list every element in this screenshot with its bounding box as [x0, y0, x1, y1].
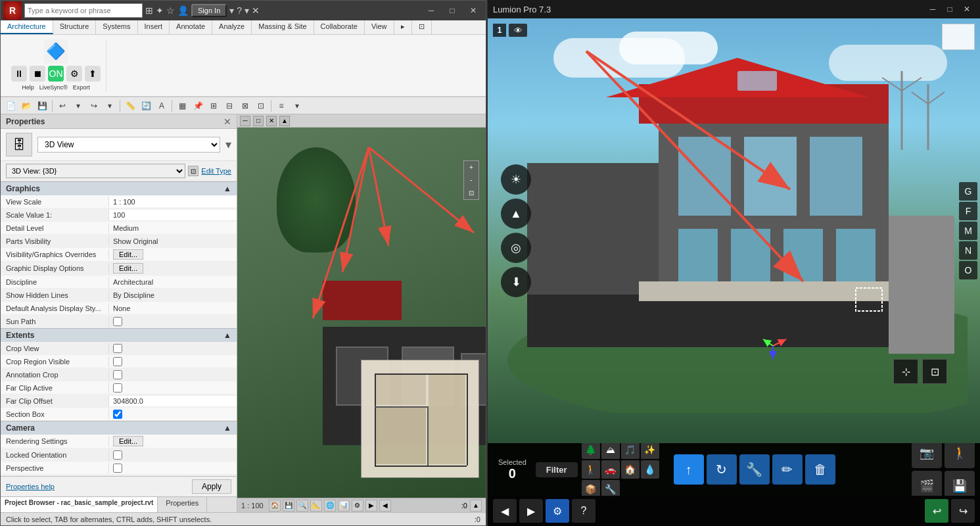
prop-value-detail-level[interactable]: Medium: [109, 223, 237, 233]
footer-icon-6[interactable]: 📊: [338, 500, 350, 512]
key-g-button[interactable]: G: [959, 182, 977, 201]
open-btn[interactable]: 📂: [19, 99, 34, 113]
text-btn[interactable]: A: [154, 99, 169, 113]
footer-icon-5[interactable]: 🌐: [324, 500, 336, 512]
view-selector-dropdown[interactable]: 3D View: {3D}: [6, 164, 185, 178]
weather-control-button[interactable]: ▲: [501, 199, 531, 229]
tab-collaborate[interactable]: Collaborate: [314, 20, 365, 34]
particle-icon[interactable]: ✨: [641, 441, 659, 459]
help-dropdown-icon[interactable]: ▾: [245, 5, 249, 16]
search-input[interactable]: [28, 7, 139, 14]
visibility-edit-button[interactable]: Edit...: [113, 249, 143, 260]
box-select-btn[interactable]: ⊡: [922, 359, 947, 384]
footer-icon-4[interactable]: 📐: [310, 500, 322, 512]
view-expand-btn[interactable]: ▲: [279, 116, 290, 126]
prop-value-discipline[interactable]: Architectural: [109, 277, 237, 287]
b2-settings-btn[interactable]: ⚙: [546, 499, 569, 523]
vehicle-icon[interactable]: 🚗: [601, 460, 620, 479]
settings-icon[interactable]: ⚙: [66, 66, 82, 82]
tab-systems[interactable]: Systems: [96, 20, 137, 34]
prop-value-view-scale[interactable]: 1 : 100: [109, 197, 237, 207]
minimize-button[interactable]: ─: [421, 4, 441, 17]
redo-btn[interactable]: ↪: [87, 99, 101, 113]
rendering-edit-button[interactable]: Edit...: [113, 436, 143, 446]
view-type-icon-btn[interactable]: ⊡: [188, 166, 198, 176]
far-clip-active-checkbox[interactable]: [113, 383, 122, 393]
more-btn[interactable]: ▾: [290, 99, 304, 113]
stop-icon[interactable]: ⏹: [30, 66, 45, 82]
align-btn[interactable]: ⊞: [206, 99, 221, 113]
tab-view[interactable]: View: [365, 20, 394, 34]
footer-icon-7[interactable]: ⚙: [352, 500, 363, 512]
view-close-btn[interactable]: ✕: [266, 116, 277, 126]
key-o-button[interactable]: O: [959, 261, 977, 279]
project-browser-tab[interactable]: Project Browser - rac_basic_sample_proje…: [1, 497, 158, 512]
close-button[interactable]: ✕: [463, 4, 483, 17]
graphics-section-header[interactable]: Graphics ▲: [1, 181, 237, 195]
properties-scroll[interactable]: Graphics ▲ View Scale 1 : 100 Scale Valu…: [1, 181, 237, 476]
graphics-collapse-icon[interactable]: ▲: [223, 184, 231, 193]
b2-redo-btn[interactable]: ↪: [951, 499, 975, 523]
prop-value-parts-visibility[interactable]: Show Original: [109, 236, 237, 247]
footer-icon-2[interactable]: 💾: [283, 500, 294, 512]
view-type-dropdown-arrow[interactable]: ▾: [225, 137, 231, 152]
camera-collapse-icon[interactable]: ▲: [223, 423, 231, 433]
prop-value-analysis-display[interactable]: None: [109, 303, 237, 314]
tab-more[interactable]: ▸: [394, 20, 412, 34]
search-icon[interactable]: ⊞: [145, 5, 153, 16]
crop-region-visible-checkbox[interactable]: [113, 357, 122, 366]
extents-section-header[interactable]: Extents ▲: [1, 328, 237, 342]
tree-place-icon[interactable]: 🌲: [582, 441, 600, 459]
terrain-icon[interactable]: ⛰: [601, 441, 620, 459]
mirror-btn[interactable]: ⊟: [222, 99, 237, 113]
rotate-btn[interactable]: 🔄: [139, 99, 153, 113]
star-outline-icon[interactable]: ☆: [166, 5, 175, 16]
properties-tab[interactable]: Properties: [158, 497, 207, 512]
extents-collapse-icon[interactable]: ▲: [223, 331, 231, 340]
pause-icon[interactable]: ⏸: [11, 66, 27, 82]
footer-icon-3[interactable]: 🔍: [296, 500, 308, 512]
edit-type-link[interactable]: Edit Type: [201, 167, 231, 175]
tab-annotate[interactable]: Annotate: [170, 20, 212, 34]
lumion-maximize-btn[interactable]: □: [942, 3, 958, 16]
b2-forward-btn[interactable]: ▶: [519, 499, 543, 523]
view-restore-btn[interactable]: □: [253, 116, 264, 126]
tab-extra[interactable]: ⊡: [412, 20, 432, 34]
expand-icon[interactable]: ▾: [229, 5, 234, 16]
filter-btn[interactable]: ▦: [175, 99, 189, 113]
copy-btn[interactable]: ⊠: [238, 99, 252, 113]
key-m-button[interactable]: M: [959, 222, 977, 240]
undo-btn[interactable]: ↩: [55, 99, 70, 113]
measure-btn[interactable]: 📏: [123, 99, 137, 113]
addon-logo-icon[interactable]: 🔷: [44, 39, 68, 63]
key-f-button[interactable]: F: [959, 202, 977, 220]
section-box-checkbox[interactable]: [113, 410, 122, 419]
lumion-minimize-btn[interactable]: ─: [925, 3, 941, 16]
tab-structure[interactable]: Structure: [53, 20, 97, 34]
star-icon[interactable]: ✦: [156, 5, 164, 16]
footer-icon-8[interactable]: ▶: [365, 500, 377, 512]
zoom-in-icon[interactable]: +: [469, 164, 473, 171]
music-icon[interactable]: 🎵: [621, 441, 640, 459]
pin-btn[interactable]: 📌: [191, 99, 205, 113]
apply-button[interactable]: Apply: [192, 479, 231, 494]
linework-btn[interactable]: ≡: [274, 99, 289, 113]
tab-massing-site[interactable]: Massing & Site: [252, 20, 314, 34]
sun-control-button[interactable]: ☀: [501, 164, 531, 195]
view-minimize-btn[interactable]: ─: [240, 116, 250, 126]
photo-control-button[interactable]: ⬇: [501, 267, 531, 297]
help-icon[interactable]: ?: [237, 5, 242, 16]
redo-dropdown[interactable]: ▾: [103, 99, 117, 113]
view-canvas[interactable]: + - ⊡: [237, 128, 486, 498]
footer-icon-9[interactable]: ◀: [379, 500, 391, 512]
new-btn[interactable]: 📄: [3, 99, 18, 113]
b2-back-btn[interactable]: ◀: [493, 499, 517, 523]
user-icon[interactable]: 👤: [177, 5, 189, 16]
tab-insert[interactable]: Insert: [138, 20, 170, 34]
prop-value-show-hidden[interactable]: By Discipline: [109, 290, 237, 300]
tab-analyze[interactable]: Analyze: [212, 20, 252, 34]
prop-value-far-clip-offset[interactable]: 304800.0: [109, 396, 237, 406]
select-mode-btn[interactable]: ⊹: [893, 359, 918, 384]
save-btn[interactable]: 💾: [35, 99, 49, 113]
properties-help-link[interactable]: Properties help: [6, 483, 55, 490]
